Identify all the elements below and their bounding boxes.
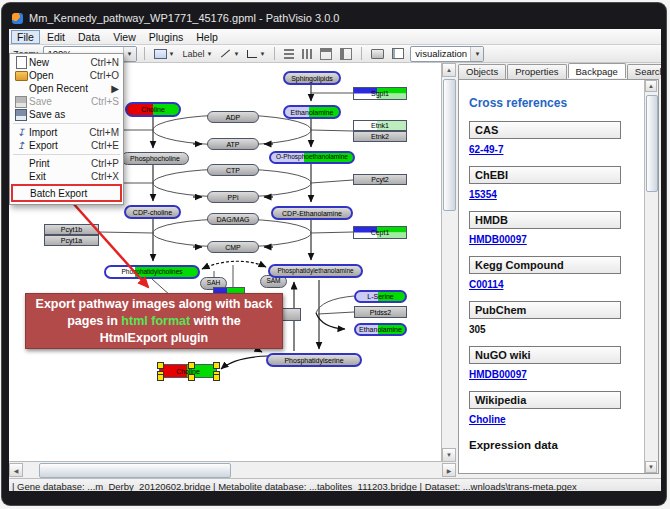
canvas-vertical-scrollbar[interactable]: ▲ ▼	[441, 63, 456, 462]
node-pcyt1a[interactable]: Pcyt1a	[44, 235, 99, 246]
node-choline-top[interactable]: Choline	[125, 102, 181, 117]
cross-references-heading: Cross references	[469, 96, 629, 110]
node-o-phosphoethanolamine[interactable]: O-Phosphoethanolamine	[269, 151, 355, 164]
horizontal-scroll-thumb[interactable]	[39, 463, 231, 478]
node-phosphocholine[interactable]: Phosphocholine	[121, 152, 189, 165]
datanode-tool-button[interactable]: ▼	[152, 46, 177, 61]
node-pcyt1b[interactable]: Pcyt1b	[44, 224, 99, 235]
file-menu-item-print[interactable]: PrintCtrl+P	[10, 157, 123, 170]
backpage-section-title: ChEBI	[469, 166, 621, 184]
scroll-down-icon[interactable]: ▼	[645, 461, 657, 473]
menu-data[interactable]: Data	[72, 30, 106, 44]
chevron-down-icon: ▼	[470, 47, 483, 61]
panel-scroll-thumb[interactable]	[646, 95, 658, 192]
node-phosphatidylserine[interactable]: Phosphatidylserine	[266, 353, 362, 367]
file-menu-item-new[interactable]: NewCtrl+N	[10, 56, 123, 69]
node-sphingolipids[interactable]: Sphingolipids	[283, 71, 341, 85]
label-tool-button[interactable]: Label▼	[180, 46, 214, 61]
node-sgpl1[interactable]: Sgpl1	[353, 87, 407, 100]
stack-horizontal-icon	[392, 48, 404, 59]
scroll-up-icon[interactable]: ▲	[442, 63, 456, 77]
backpage-link[interactable]: 15354	[469, 189, 629, 200]
selection-handle[interactable]	[188, 374, 195, 381]
app-window: Mm_Kennedy_pathway_WP1771_45176.gpml - P…	[2, 3, 666, 505]
selection-handle[interactable]	[188, 362, 195, 369]
stack-horizontal-button[interactable]	[390, 46, 406, 61]
selection-handle[interactable]	[213, 374, 220, 381]
node-ptdss2[interactable]: Ptdss2	[354, 306, 407, 318]
stack-vertical-button[interactable]	[369, 46, 386, 61]
menu-help[interactable]: Help	[190, 30, 224, 44]
align-center-y-button[interactable]	[300, 46, 314, 61]
node-etnk2[interactable]: Etnk2	[353, 131, 407, 142]
node-phosphatidylethanolamine[interactable]: Phosphatidylethanolamine	[268, 264, 363, 278]
menu-file[interactable]: File	[11, 30, 40, 44]
backpage-link[interactable]: HMDB00097	[469, 234, 629, 245]
file-menu-item-save-as[interactable]: Save as	[10, 108, 123, 121]
chevron-down-icon: ▼	[169, 51, 175, 57]
selection-handle[interactable]	[157, 374, 164, 381]
node-etnk1[interactable]: Etnk1	[353, 120, 407, 131]
backpage-link[interactable]: Choline	[469, 414, 629, 425]
title-bar[interactable]: Mm_Kennedy_pathway_WP1771_45176.gpml - P…	[12, 8, 656, 28]
file-menu-item-exit[interactable]: ExitCtrl+X	[10, 170, 123, 183]
node-dag-mag[interactable]: DAG/MAG	[207, 213, 259, 225]
set-common-width-button[interactable]	[318, 46, 334, 61]
selection-handle[interactable]	[157, 362, 164, 369]
backpage-link[interactable]: 62-49-7	[469, 144, 629, 155]
file-menu-item-save[interactable]: SaveCtrl+S	[10, 95, 123, 108]
node-label: L-Serine	[367, 293, 393, 300]
scroll-left-icon[interactable]: ◀	[9, 463, 23, 477]
node-choline-selected[interactable]: Choline	[159, 364, 217, 378]
node-ptdss1-partial[interactable]	[281, 308, 301, 321]
node-l-serine[interactable]: L-Serine	[354, 290, 407, 303]
set-common-height-button[interactable]	[338, 46, 354, 61]
chevron-down-icon: ▼	[233, 51, 239, 57]
scroll-right-icon[interactable]: ▶	[442, 463, 456, 477]
backpage-section-title: Wikipedia	[469, 391, 621, 409]
node-ctp[interactable]: CTP	[207, 164, 259, 176]
annotation-line-3: HtmlExport plugin	[26, 330, 282, 347]
file-menu-item-open[interactable]: OpenCtrl+O	[10, 69, 123, 82]
tab-properties[interactable]: Properties	[507, 64, 566, 79]
file-menu-item-export[interactable]: ↥ExportCtrl+E	[10, 139, 123, 152]
connector-tool-button[interactable]: ▼	[245, 46, 267, 61]
node-phosphatidylcholines[interactable]: Phosphatidylcholines	[104, 265, 200, 279]
canvas-horizontal-scrollbar[interactable]: ◀ ▶	[9, 461, 456, 478]
side-panel: ObjectsPropertiesBackpageSearchLegend Cr…	[456, 63, 661, 478]
vertical-scroll-thumb[interactable]	[443, 79, 456, 211]
node-cdp-choline[interactable]: CDP-choline	[124, 205, 181, 219]
node-atp[interactable]: ATP	[207, 138, 259, 150]
file-menu-item-import[interactable]: ↧ImportCtrl+M	[10, 126, 123, 139]
tab-search[interactable]: Search	[627, 64, 661, 79]
backpage-link[interactable]: C00114	[469, 279, 629, 290]
node-label: SAM	[266, 278, 280, 285]
node-label: Sgpl1	[371, 90, 389, 97]
visualization-dropdown[interactable]: visualization ▼	[410, 46, 484, 62]
node-cdp-ethanolamine[interactable]: CDP-Ethanolamine	[271, 206, 353, 220]
menu-view[interactable]: View	[107, 30, 142, 44]
align-center-x-button[interactable]	[282, 46, 296, 61]
selection-handle[interactable]	[213, 362, 220, 369]
menu-plugins[interactable]: Plugins	[143, 30, 189, 44]
menu-edit[interactable]: Edit	[41, 30, 71, 44]
scroll-down-icon[interactable]: ▼	[442, 448, 456, 462]
file-menu-item-batch-export[interactable]: Batch Export	[11, 184, 122, 202]
tab-backpage[interactable]: Backpage	[568, 63, 626, 78]
tab-objects[interactable]: Objects	[458, 64, 506, 79]
node-label: PPi	[228, 194, 239, 201]
node-ppi[interactable]: PPi	[207, 191, 259, 203]
node-ethanolamine-top[interactable]: Ethanolamine	[283, 105, 341, 119]
file-menu-item-open-recent[interactable]: Open Recent▶	[10, 82, 123, 95]
node-pcyt2[interactable]: Pcyt2	[353, 174, 407, 185]
node-ethanolamine-2[interactable]: Ethanolamine	[354, 323, 407, 336]
node-cept1[interactable]: Cept1	[353, 226, 407, 239]
node-label: Cept1	[371, 229, 390, 236]
line-tool-button[interactable]: ▼	[218, 46, 241, 61]
backpage-link[interactable]: HMDB00097	[469, 369, 629, 380]
stack-vertical-icon	[371, 49, 384, 59]
node-cmp[interactable]: CMP	[207, 241, 259, 253]
scroll-up-icon[interactable]: ▲	[645, 80, 657, 92]
panel-scrollbar[interactable]: ▲ ▼	[644, 80, 658, 473]
node-adp[interactable]: ADP	[207, 111, 259, 123]
